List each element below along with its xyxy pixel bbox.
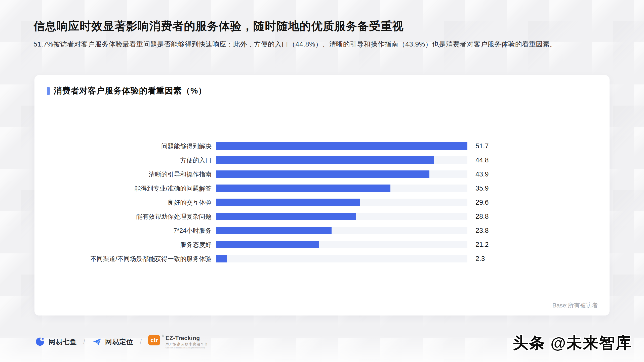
category-label: 能有效帮助你处理复杂问题 <box>34 212 216 221</box>
bar-track <box>216 255 467 262</box>
footer-separator: / <box>82 338 86 346</box>
dingwei-arrow-icon <box>92 336 102 348</box>
brand-dingwei: 网易定位 <box>92 336 133 348</box>
ez-subtitle-en: Consumer Research & Digital Marketing <box>166 347 209 349</box>
bar <box>216 227 332 234</box>
category-label: 问题能够得到解决 <box>34 142 216 150</box>
brand-qiyu: 网易七鱼 <box>35 336 77 348</box>
registered-mark: ® <box>162 334 164 338</box>
accent-tick <box>47 87 50 95</box>
qiyu-fish-icon <box>35 336 46 348</box>
bar-track <box>216 170 467 178</box>
chart-row: 清晰的引导和操作指南43.9 <box>34 167 610 181</box>
chart-card: 消费者对客户服务体验的看重因素（%） 问题能够得到解决51.7方便的入口44.8… <box>34 75 610 315</box>
bar <box>216 185 390 192</box>
chart-title: 消费者对客户服务体验的看重因素（%） <box>54 85 207 97</box>
category-label: 清晰的引导和操作指南 <box>34 170 216 178</box>
category-label: 能得到专业/准确的问题解答 <box>34 184 216 193</box>
chart-row: 能有效帮助你处理复杂问题28.8 <box>34 209 610 223</box>
category-label: 方便的入口 <box>34 156 216 164</box>
chart-row: 良好的交互体验29.6 <box>34 195 610 209</box>
bar <box>216 142 467 150</box>
brand-label-ez: EZ-Tracking <box>166 335 209 341</box>
bar <box>216 213 356 220</box>
watermark: 头条 @未来智库 <box>513 332 632 353</box>
brand-label-qiyu: 网易七鱼 <box>49 337 77 346</box>
value-label: 35.9 <box>475 185 489 192</box>
bar <box>216 241 319 248</box>
bar-track <box>216 213 467 220</box>
chart-row: 方便的入口44.8 <box>34 153 610 167</box>
value-label: 23.8 <box>475 227 489 235</box>
bar-track <box>216 142 467 150</box>
chart-row: 问题能够得到解决51.7 <box>34 139 610 153</box>
category-label: 良好的交互体验 <box>34 198 216 207</box>
footer-brands: 网易七鱼 / 网易定位 / ctr ® EZ-Tracking 用户洞察及数字营… <box>35 334 208 350</box>
bar-track <box>216 241 467 248</box>
bar <box>216 156 434 164</box>
bar-track <box>216 227 467 234</box>
chart-row: 不同渠道/不同场景都能获得一致的服务体验2.3 <box>34 252 610 266</box>
value-label: 43.9 <box>475 170 489 178</box>
bar-track <box>216 199 467 206</box>
value-label: 2.3 <box>475 255 485 263</box>
footer-separator: / <box>139 338 143 346</box>
header: 信息响应时效显著影响消费者的服务体验，随时随地的优质服务备受重视 51.7%被访… <box>33 19 612 49</box>
category-label: 7*24小时服务 <box>34 227 216 235</box>
chart-row: 能得到专业/准确的问题解答35.9 <box>34 181 610 195</box>
ez-text-block: EZ-Tracking 用户洞察及数字营销平台 Consumer Researc… <box>166 335 209 349</box>
ez-subtitle-cn: 用户洞察及数字营销平台 <box>166 342 209 346</box>
value-label: 51.7 <box>475 142 489 150</box>
bar <box>216 199 360 206</box>
page-subtitle: 51.7%被访者对客户服务体验最看重问题是否能够得到快速响应；此外，方便的入口（… <box>33 40 612 49</box>
base-note: Base:所有被访者 <box>552 301 598 309</box>
report-slide: 信息响应时效显著影响消费者的服务体验，随时随地的优质服务备受重视 51.7%被访… <box>0 0 644 362</box>
value-label: 28.8 <box>475 213 489 220</box>
ctr-badge: ctr <box>148 335 160 345</box>
brand-ez-tracking: ctr ® EZ-Tracking 用户洞察及数字营销平台 Consumer R… <box>148 335 208 349</box>
chart-row: 服务态度好21.2 <box>34 238 610 252</box>
value-label: 21.2 <box>475 241 489 249</box>
bar <box>216 170 429 178</box>
brand-label-dingwei: 网易定位 <box>105 337 133 346</box>
bar-track <box>216 185 467 192</box>
category-label: 不同渠道/不同场景都能获得一致的服务体验 <box>34 255 216 263</box>
bar-track <box>216 156 467 164</box>
value-label: 44.8 <box>475 156 489 164</box>
bar <box>216 255 227 262</box>
chart-card-header: 消费者对客户服务体验的看重因素（%） <box>47 85 207 97</box>
value-label: 29.6 <box>475 199 489 206</box>
chart-row: 7*24小时服务23.8 <box>34 223 610 238</box>
bar-chart: 问题能够得到解决51.7方便的入口44.8清晰的引导和操作指南43.9能得到专业… <box>34 139 610 266</box>
category-label: 服务态度好 <box>34 241 216 249</box>
page-title: 信息响应时效显著影响消费者的服务体验，随时随地的优质服务备受重视 <box>33 19 612 34</box>
